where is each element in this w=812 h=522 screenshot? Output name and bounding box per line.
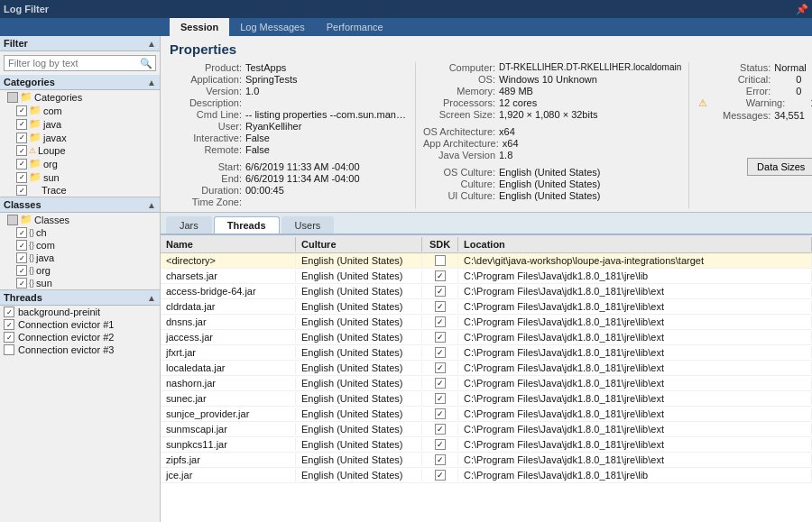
tab-jars[interactable]: Jars — [166, 216, 212, 234]
category-javax[interactable]: ✓ 📁 javax — [0, 131, 160, 144]
cell-sdk[interactable] — [422, 285, 458, 298]
cat-sun-checkbox[interactable]: ✓ — [16, 172, 27, 183]
table-row[interactable]: jfxrt.jarEnglish (United States)C:\Progr… — [161, 345, 812, 361]
class-sun[interactable]: ✓ {} sun — [0, 277, 160, 289]
class-com[interactable]: ✓ {} com — [0, 239, 160, 252]
cat-loupe-checkbox[interactable]: ✓ — [16, 145, 27, 156]
table-row[interactable]: sunjce_provider.jarEnglish (United State… — [161, 407, 812, 422]
cell-sdk[interactable] — [422, 438, 458, 451]
category-java[interactable]: ✓ 📁 java — [0, 117, 160, 131]
osculture-label: OS Culture: — [423, 167, 495, 178]
cell-sdk[interactable] — [422, 316, 458, 328]
category-trace[interactable]: ✓ Trace — [0, 184, 160, 197]
tab-log-messages[interactable]: Log Messages — [229, 18, 316, 36]
thread-item-2[interactable]: ✓ Connection evictor #2 — [0, 331, 160, 343]
thread-2-checkbox[interactable]: ✓ — [4, 332, 14, 343]
sdk-checkbox[interactable] — [435, 454, 446, 465]
category-loupe[interactable]: ✓ ⚠ Loupe — [0, 144, 160, 157]
tab-performance[interactable]: Performance — [316, 18, 394, 36]
table-row[interactable]: localedata.jarEnglish (United States)C:\… — [161, 361, 812, 376]
cat-javax-checkbox[interactable]: ✓ — [16, 133, 27, 143]
class-ch[interactable]: ✓ {} ch — [0, 226, 160, 239]
search-input[interactable] — [4, 55, 156, 71]
cell-sdk[interactable] — [422, 377, 458, 389]
thread-item-0[interactable]: ✓ background-preinit — [0, 306, 160, 318]
cell-sdk[interactable] — [422, 469, 458, 481]
thread-3-checkbox[interactable] — [4, 344, 14, 355]
cell-culture: English (United States) — [296, 392, 422, 405]
sdk-checkbox[interactable] — [435, 408, 446, 419]
table-row[interactable]: <directory>English (United States)C:\dev… — [161, 253, 812, 269]
cell-sdk[interactable] — [422, 331, 458, 343]
sdk-checkbox[interactable] — [435, 286, 446, 297]
cat-java-checkbox[interactable]: ✓ — [16, 119, 27, 130]
sdk-checkbox[interactable] — [435, 255, 446, 266]
class-java-label: java — [36, 252, 54, 263]
table-row[interactable]: nashorn.jarEnglish (United States)C:\Pro… — [161, 376, 812, 391]
table-row[interactable]: sunec.jarEnglish (United States)C:\Progr… — [161, 391, 812, 407]
table-row[interactable]: access-bridge-64.jarEnglish (United Stat… — [161, 284, 812, 299]
cat-com-checkbox[interactable]: ✓ — [16, 105, 27, 116]
category-com[interactable]: ✓ 📁 com — [0, 104, 160, 117]
sdk-checkbox[interactable] — [435, 270, 446, 281]
category-org[interactable]: ✓ 📁 org — [0, 157, 160, 170]
cell-sdk[interactable] — [422, 254, 458, 267]
cat-org-checkbox[interactable]: ✓ — [16, 159, 27, 169]
sdk-checkbox[interactable] — [435, 439, 446, 450]
class-ch-checkbox[interactable]: ✓ — [16, 227, 27, 238]
sdk-checkbox[interactable] — [435, 393, 446, 404]
cell-sdk[interactable] — [422, 362, 458, 374]
cell-sdk[interactable] — [422, 270, 458, 282]
cell-sdk[interactable] — [422, 346, 458, 359]
cell-location: C:\Program Files\Java\jdk1.8.0_181\jre\l… — [458, 438, 812, 451]
sdk-checkbox[interactable] — [435, 470, 446, 481]
class-java[interactable]: ✓ {} java — [0, 252, 160, 264]
category-all-checkbox[interactable] — [7, 92, 18, 103]
table-row[interactable]: charsets.jarEnglish (United States)C:\Pr… — [161, 269, 812, 284]
sdk-checkbox[interactable] — [435, 316, 446, 327]
cell-sdk[interactable] — [422, 300, 458, 313]
classes-section-header[interactable]: Classes ▲ — [0, 197, 160, 213]
class-sun-checkbox[interactable]: ✓ — [16, 278, 27, 288]
cell-sdk[interactable] — [422, 423, 458, 435]
thread-item-1[interactable]: ✓ Connection evictor #1 — [0, 318, 160, 331]
cell-sdk[interactable] — [422, 408, 458, 420]
threads-section-header[interactable]: Threads ▲ — [0, 290, 160, 306]
table-row[interactable]: sunmscapi.jarEnglish (United States)C:\P… — [161, 422, 812, 437]
thread-1-checkbox[interactable]: ✓ — [4, 319, 14, 330]
cell-name: cldrdata.jar — [161, 300, 296, 313]
class-org[interactable]: ✓ {} org — [0, 264, 160, 277]
categories-section-header[interactable]: Categories ▲ — [0, 75, 160, 90]
table-row[interactable]: jce.jarEnglish (United States)C:\Program… — [161, 468, 812, 483]
class-org-checkbox[interactable]: ✓ — [16, 265, 27, 276]
thread-0-checkbox[interactable]: ✓ — [4, 307, 14, 317]
class-com-checkbox[interactable]: ✓ — [16, 240, 27, 251]
sdk-checkbox[interactable] — [435, 347, 446, 358]
class-all[interactable]: 📁 Classes — [0, 213, 160, 226]
data-sizes-button[interactable]: Data Sizes — [747, 158, 812, 176]
tab-users[interactable]: Users — [281, 216, 335, 234]
sdk-checkbox[interactable] — [435, 378, 446, 389]
cat-trace-checkbox[interactable]: ✓ — [16, 185, 27, 196]
category-all[interactable]: 📁 Categories — [0, 90, 160, 104]
class-java-checkbox[interactable]: ✓ — [16, 252, 27, 263]
cell-name: <directory> — [161, 254, 296, 267]
sdk-checkbox[interactable] — [435, 424, 446, 435]
tab-session[interactable]: Session — [170, 18, 229, 36]
thread-item-3[interactable]: Connection evictor #3 — [0, 343, 160, 356]
pin-icon[interactable]: 📌 — [796, 4, 808, 15]
table-row[interactable]: dnsns.jarEnglish (United States)C:\Progr… — [161, 315, 812, 330]
tab-threads[interactable]: Threads — [214, 216, 280, 234]
category-sun[interactable]: ✓ 📁 sun — [0, 170, 160, 184]
class-all-checkbox[interactable] — [7, 215, 18, 225]
sdk-checkbox[interactable] — [435, 332, 446, 343]
cell-sdk[interactable] — [422, 453, 458, 466]
filter-section-header[interactable]: Filter ▲ — [0, 36, 160, 51]
table-row[interactable]: zipfs.jarEnglish (United States)C:\Progr… — [161, 453, 812, 468]
table-row[interactable]: cldrdata.jarEnglish (United States)C:\Pr… — [161, 299, 812, 315]
table-row[interactable]: jaccess.jarEnglish (United States)C:\Pro… — [161, 330, 812, 345]
sdk-checkbox[interactable] — [435, 301, 446, 312]
sdk-checkbox[interactable] — [435, 362, 446, 373]
cell-sdk[interactable] — [422, 392, 458, 405]
table-row[interactable]: sunpkcs11.jarEnglish (United States)C:\P… — [161, 437, 812, 453]
